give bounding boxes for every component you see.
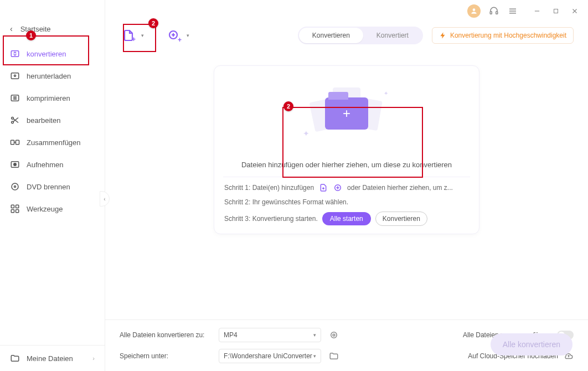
scissors-icon xyxy=(10,115,20,125)
convert-all-button[interactable]: Alle konvertieren xyxy=(491,333,572,355)
svg-rect-12 xyxy=(16,205,19,208)
callout-box-2b xyxy=(282,107,423,178)
sidebar-item-label: Meine Dateien xyxy=(27,354,73,363)
circle-plus-icon xyxy=(333,183,343,193)
output-format-select[interactable]: MP4 ▾ xyxy=(219,328,321,342)
convert-button[interactable]: Konvertieren xyxy=(375,212,427,226)
callout-box-1 xyxy=(3,35,89,65)
settings-gear-icon[interactable] xyxy=(329,330,339,340)
select-value: F:\Wondershare UniConverter xyxy=(224,352,312,360)
svg-rect-6 xyxy=(16,140,19,145)
download-icon xyxy=(10,71,20,81)
sidebar-item-label: Aufnehmen xyxy=(27,161,64,169)
folder-icon xyxy=(10,353,20,363)
headset-icon[interactable] xyxy=(488,6,499,17)
sidebar-item-edit[interactable]: bearbeiten xyxy=(0,110,105,131)
high-speed-badge[interactable]: Konvertierung mit Hochgeschwindigkeit xyxy=(432,27,574,44)
sidebar-item-label: Werkzeuge xyxy=(27,205,63,213)
sidebar-item-label: herunterladen xyxy=(27,72,71,80)
menu-icon[interactable] xyxy=(507,6,518,17)
callout-marker-2a: 2 xyxy=(148,18,158,28)
convert-to-label: Alle Dateien konvertieren zu: xyxy=(120,331,211,339)
svg-point-9 xyxy=(12,183,18,190)
step-text: Schritt 1: Datei(en) hinzufügen xyxy=(224,184,314,192)
save-path-select[interactable]: F:\Wondershare UniConverter ▾ xyxy=(219,349,321,363)
sidebar-item-dvd[interactable]: DVD brennen xyxy=(0,176,105,197)
file-plus-icon xyxy=(318,183,328,193)
add-from-device-button[interactable]: + ▾ xyxy=(165,27,183,44)
callout-box-2a xyxy=(123,24,156,52)
select-value: MP4 xyxy=(224,331,238,339)
svg-point-21 xyxy=(331,332,337,338)
step-1: Schritt 1: Datei(en) hinzufügen oder Dat… xyxy=(224,183,469,193)
sidebar-item-tools[interactable]: Werkzeuge xyxy=(0,198,105,219)
callout-marker-2b: 2 xyxy=(283,101,293,111)
minimize-button[interactable] xyxy=(532,6,543,17)
chevron-right-icon: › xyxy=(92,355,95,362)
svg-point-10 xyxy=(14,186,16,188)
disc-icon xyxy=(10,182,20,192)
svg-rect-13 xyxy=(11,210,14,213)
close-button[interactable] xyxy=(569,6,580,17)
step-text: Schritt 3: Konvertierung starten. xyxy=(224,215,318,223)
svg-rect-5 xyxy=(11,140,14,145)
svg-rect-11 xyxy=(11,205,14,208)
open-folder-icon[interactable] xyxy=(329,351,339,361)
svg-rect-16 xyxy=(490,12,492,14)
chevron-down-icon: ▾ xyxy=(313,353,316,359)
sidebar-my-files[interactable]: Meine Dateien › xyxy=(0,346,105,371)
step-2: Schritt 2: Ihr gewünschtes Format wählen… xyxy=(224,198,469,206)
tab-convert[interactable]: Konvertieren xyxy=(299,28,363,43)
chevron-left-icon: ‹ xyxy=(10,24,13,33)
merge-icon xyxy=(10,137,20,147)
chevron-down-icon: ▾ xyxy=(187,33,189,38)
svg-point-8 xyxy=(14,163,17,166)
callout-marker-1: 1 xyxy=(26,30,36,40)
chevron-down-icon: ▾ xyxy=(313,332,316,338)
step-3: Schritt 3: Konvertierung starten. Alle s… xyxy=(224,212,469,226)
save-under-label: Speichern unter: xyxy=(120,352,211,360)
sidebar-back-label: Startseite xyxy=(20,25,51,33)
svg-point-3 xyxy=(12,117,14,119)
tab-segmented: Konvertieren Konvertiert xyxy=(298,27,423,44)
sidebar-item-record[interactable]: Aufnehmen xyxy=(0,154,105,175)
speed-label: Konvertierung mit Hochgeschwindigkeit xyxy=(450,32,566,39)
svg-rect-18 xyxy=(554,9,558,13)
record-icon xyxy=(10,159,20,169)
step-text: oder Dateien hierher ziehen, um z... xyxy=(347,184,469,192)
avatar[interactable] xyxy=(467,4,481,18)
svg-rect-14 xyxy=(16,210,19,213)
tools-icon xyxy=(10,204,20,214)
svg-point-4 xyxy=(12,121,14,123)
sidebar-item-label: bearbeiten xyxy=(27,116,60,125)
sidebar-item-label: DVD brennen xyxy=(27,183,70,191)
sidebar-item-label: Zusammenfügen xyxy=(27,138,81,147)
sidebar-item-compress[interactable]: komprimieren xyxy=(0,87,105,109)
svg-point-22 xyxy=(333,334,335,336)
svg-rect-17 xyxy=(496,12,498,14)
svg-point-15 xyxy=(473,8,476,11)
step-text: Schritt 2: Ihr gewünschtes Format wählen… xyxy=(224,198,348,206)
tab-converted[interactable]: Konvertiert xyxy=(363,28,422,43)
sidebar-item-label: komprimieren xyxy=(27,94,70,102)
sidebar-item-merge[interactable]: Zusammenfügen xyxy=(0,132,105,153)
sidebar-item-download[interactable]: herunterladen xyxy=(0,65,105,86)
lightning-icon xyxy=(439,32,447,39)
maximize-button[interactable] xyxy=(550,6,561,17)
start-all-button[interactable]: Alle starten xyxy=(322,212,371,225)
compress-icon xyxy=(10,93,20,103)
